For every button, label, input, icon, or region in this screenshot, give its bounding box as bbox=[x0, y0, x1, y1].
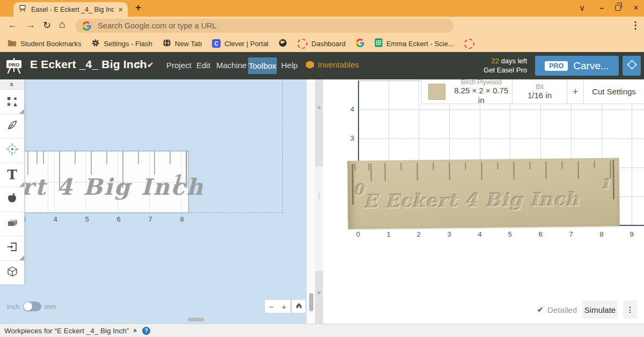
grid-number: 4 bbox=[50, 215, 61, 223]
menu-edit[interactable]: Edit bbox=[196, 61, 210, 70]
forward-icon[interactable]: → bbox=[26, 19, 35, 31]
bookmark-emma-eckert-sheet[interactable]: Emma Eckert - Scie... bbox=[375, 38, 454, 49]
zoom-home-button[interactable] bbox=[291, 299, 306, 313]
simulate-menu-kebab[interactable]: ⋮ bbox=[623, 301, 637, 319]
x-axis-label: 9 bbox=[626, 230, 637, 238]
material-cell[interactable]: Birch Plywood 8.25 × 2 × 0.75 in bbox=[422, 79, 513, 104]
bookmark-settings-flash[interactable]: Settings - Flash bbox=[91, 39, 152, 49]
loading-favicon-icon bbox=[464, 39, 474, 49]
unit-inch-label: inch bbox=[7, 303, 20, 311]
bit-label: Bit bbox=[536, 83, 543, 91]
grid-number: 7 bbox=[145, 215, 156, 223]
x-axis-label: 4 bbox=[474, 230, 485, 238]
trial-status: 22 days left Get Easel Pro bbox=[484, 56, 527, 75]
tab-title: Easel - E Eckert _4_ Big Inch bbox=[31, 6, 114, 13]
menu-project[interactable]: Project bbox=[166, 61, 192, 70]
carve-button[interactable]: PRO Carve... bbox=[535, 56, 619, 76]
get-easel-pro-link[interactable]: Get Easel Pro bbox=[484, 65, 527, 75]
material-boundary-dashed bbox=[188, 213, 283, 213]
pan-arrows-icon bbox=[627, 60, 637, 72]
easel-pro-logo[interactable]: PRO bbox=[4, 57, 24, 77]
pro-badge: PRO bbox=[545, 61, 568, 71]
loading-favicon-icon bbox=[297, 39, 308, 49]
inventables-link[interactable]: Inventables bbox=[306, 60, 359, 69]
x-axis-label: 0 bbox=[353, 230, 363, 238]
collapse-up-icon[interactable]: « bbox=[132, 329, 140, 333]
unit-toggle-row: inch mm bbox=[7, 302, 56, 311]
inventables-hex-icon bbox=[306, 61, 314, 69]
collapse-left-icon[interactable]: « bbox=[315, 289, 323, 296]
vertical-scrollbar-thumb[interactable] bbox=[309, 293, 313, 311]
bookmark-loading[interactable] bbox=[464, 39, 474, 49]
horizontal-scrollbar-thumb[interactable] bbox=[188, 318, 204, 321]
apps-tool[interactable] bbox=[0, 187, 24, 212]
apple-icon bbox=[6, 192, 18, 207]
design-digit[interactable]: 1 bbox=[172, 172, 182, 188]
new-tab-button[interactable]: + bbox=[135, 2, 141, 13]
zoom-out-button[interactable]: − bbox=[269, 302, 274, 311]
unit-mm-label: mm bbox=[45, 303, 56, 311]
tab-close-icon[interactable]: × bbox=[118, 5, 123, 13]
fullscreen-pan-button[interactable] bbox=[623, 56, 641, 76]
unit-toggle[interactable] bbox=[23, 302, 41, 311]
favorite-star-icon[interactable]: ☆ bbox=[135, 59, 143, 70]
screen: Easel - E Eckert _4_ Big Inch × + ∨ – × … bbox=[0, 0, 644, 337]
design-canvas[interactable]: rt 4 Big Inch 1 3 4 5 6 7 8 « ■●★▲ bbox=[0, 79, 306, 324]
pen-tool[interactable] bbox=[0, 114, 24, 139]
menu-help[interactable]: Help bbox=[281, 61, 298, 70]
back-icon[interactable]: ← bbox=[8, 19, 17, 31]
divider-drag-handle-icon[interactable]: ⋮ bbox=[315, 192, 323, 200]
browser-menu-kebab-icon[interactable]: ⋮ bbox=[631, 19, 640, 31]
import-tool[interactable] bbox=[0, 236, 24, 261]
lego-brick-icon bbox=[6, 216, 19, 231]
carved-ruler-preview: 0 E Eckert 4 Big Inch 1 bbox=[347, 158, 619, 229]
drill-origin-tool[interactable] bbox=[0, 138, 24, 163]
menu-machine[interactable]: Machine bbox=[216, 61, 247, 70]
x-axis-label: 3 bbox=[444, 230, 455, 238]
google-g-icon bbox=[356, 39, 364, 49]
divider-top-segment bbox=[315, 79, 323, 166]
window-restore-icon[interactable] bbox=[615, 5, 621, 11]
address-bar[interactable] bbox=[75, 19, 453, 33]
grid-number: 8 bbox=[177, 215, 187, 223]
cut-settings-button[interactable]: Cut Settings bbox=[584, 79, 644, 104]
shapes-tool[interactable]: ■●★▲ bbox=[0, 90, 24, 114]
zoom-controls: − + bbox=[265, 299, 291, 313]
window-titlebar: Easel - E Eckert _4_ Big Inch × + ∨ – × bbox=[0, 0, 644, 17]
search-input[interactable] bbox=[97, 21, 447, 31]
reload-icon[interactable]: ↻ bbox=[43, 19, 51, 31]
saved-check-icon: ✔ bbox=[147, 60, 154, 70]
sidebar-collapse-button[interactable]: « bbox=[0, 79, 24, 90]
workspace: rt 4 Big Inch 1 3 4 5 6 7 8 « ■●★▲ bbox=[0, 79, 644, 324]
window-minimize-icon[interactable]: – bbox=[599, 3, 604, 13]
detailed-toggle[interactable]: ✔ Detailed bbox=[537, 305, 577, 314]
add-bit-button[interactable]: + bbox=[567, 79, 584, 104]
projects-brick-tool[interactable] bbox=[0, 212, 24, 237]
carved-one: 1 bbox=[601, 177, 611, 192]
menu-toolbox-active[interactable]: Toolbox bbox=[248, 57, 277, 74]
zoom-in-button[interactable]: + bbox=[282, 302, 287, 311]
browser-tab[interactable]: Easel - E Eckert _4_ Big Inch × bbox=[13, 2, 128, 17]
preview-panel[interactable]: 4 3 0 0 1 2 3 4 5 6 7 8 9 0 E Eckert 4 B… bbox=[323, 79, 644, 324]
bookmark-clever-portal[interactable]: C Clever | Portal bbox=[212, 39, 268, 48]
bookmark-student-bookmarks[interactable]: Student Bookmarks bbox=[8, 39, 81, 48]
bookmark-dashboard[interactable]: Dashboard bbox=[297, 39, 346, 49]
expand-right-icon[interactable]: » bbox=[315, 104, 323, 111]
bit-cell[interactable]: Bit 1/16 in bbox=[513, 79, 567, 104]
simulate-button[interactable]: Simulate bbox=[582, 301, 618, 319]
material-boundary-dashed bbox=[282, 79, 283, 214]
flyout-fold bbox=[19, 255, 24, 260]
bookmark-new-tab[interactable]: New Tab bbox=[163, 39, 202, 49]
bookmark-globe[interactable] bbox=[279, 39, 287, 49]
help-icon[interactable]: ? bbox=[142, 327, 150, 335]
text-tool[interactable]: T bbox=[0, 163, 24, 188]
check-icon: ✔ bbox=[537, 305, 544, 314]
panel-divider[interactable]: » ⋮ « bbox=[315, 79, 323, 324]
clever-icon: C bbox=[212, 39, 221, 48]
home-icon[interactable]: ⌂ bbox=[59, 18, 65, 31]
3d-tool[interactable] bbox=[0, 261, 24, 285]
window-chevron-icon[interactable]: ∨ bbox=[579, 3, 585, 13]
project-title[interactable]: E Eckert _4_ Big Inch bbox=[30, 58, 147, 71]
window-close-icon[interactable]: × bbox=[633, 3, 638, 13]
bookmark-google[interactable] bbox=[356, 39, 364, 49]
